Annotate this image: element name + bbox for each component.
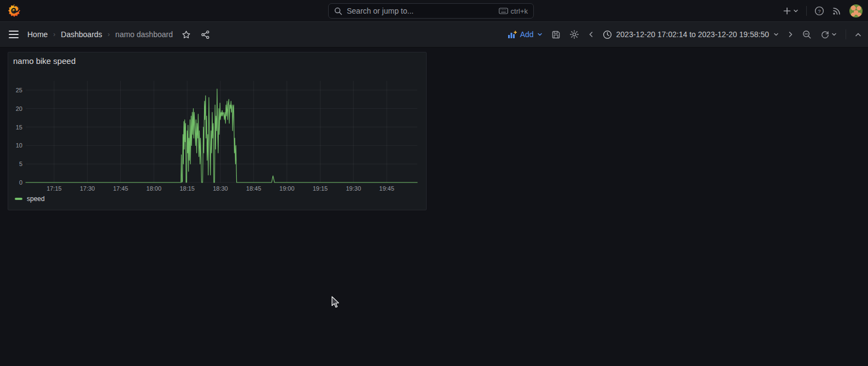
svg-text:?: ?: [818, 8, 820, 14]
toolbar-divider: [846, 29, 846, 39]
plus-icon: [783, 7, 791, 15]
y-axis-tick-label: 25: [16, 87, 22, 93]
question-circle-icon: ?: [814, 6, 824, 16]
mouse-cursor: [331, 296, 340, 308]
x-axis-tick-label: 17:30: [80, 185, 95, 192]
breadcrumb-home[interactable]: Home: [27, 30, 48, 39]
time-series-chart[interactable]: 17:1517:3017:4518:0018:1518:3018:4519:00…: [8, 52, 426, 210]
favorite-star-button[interactable]: [182, 30, 191, 39]
refresh-interval-chevron-icon: [831, 32, 837, 37]
dashboard-toolbar: Home › Dashboards › namo dashboard: [0, 22, 868, 48]
time-shift-back-button[interactable]: [588, 31, 594, 38]
help-button[interactable]: ?: [814, 6, 824, 16]
topbar-actions: ?: [783, 0, 863, 22]
add-panel-icon: [508, 31, 517, 39]
search-input[interactable]: Search or jump to... ctrl+k: [328, 3, 534, 19]
toolbar-right-actions: Add: [508, 29, 861, 39]
dashboard-canvas: 17:1517:3017:4518:0018:1518:3018:4519:00…: [0, 48, 868, 365]
zoom-out-icon: [802, 30, 812, 39]
time-shift-forward-button[interactable]: [788, 31, 794, 38]
y-axis-tick-label: 15: [16, 124, 22, 131]
dashboard-settings-button[interactable]: [569, 29, 579, 39]
chevron-right-icon: [788, 31, 794, 38]
x-axis-tick-label: 18:15: [179, 185, 195, 192]
news-button[interactable]: [832, 6, 842, 16]
x-axis-tick-label: 18:30: [213, 185, 228, 192]
panel-namo-bike-speed: 17:1517:3017:4518:0018:1518:3018:4519:00…: [8, 52, 427, 210]
breadcrumb-current-dashboard: namo dashboard: [115, 30, 173, 39]
y-axis-tick-label: 10: [16, 142, 22, 149]
share-icon: [201, 30, 210, 39]
grafana-logo-icon: [7, 3, 22, 19]
series-line-speed: [26, 89, 417, 182]
new-menu-button[interactable]: [783, 7, 799, 15]
search-shortcut: ctrl+k: [499, 7, 528, 15]
chevron-down-icon: [773, 32, 779, 37]
add-panel-label: Add: [520, 30, 534, 39]
user-avatar[interactable]: [849, 4, 863, 17]
x-axis-tick-label: 19:45: [379, 185, 394, 192]
zoom-out-time-button[interactable]: [802, 30, 812, 39]
save-dashboard-button[interactable]: [551, 30, 561, 39]
legend-swatch: [15, 198, 22, 200]
breadcrumb-separator: ›: [108, 31, 110, 38]
time-range-picker[interactable]: 2023-12-20 17:02:14 to 2023-12-20 19:58:…: [603, 30, 779, 39]
y-axis-tick-label: 5: [19, 161, 22, 167]
dashboard-quick-actions: [182, 30, 210, 39]
breadcrumb-dashboards[interactable]: Dashboards: [61, 30, 102, 39]
x-axis-tick-label: 19:00: [279, 185, 295, 192]
chevron-down-icon: [793, 8, 799, 14]
search-icon: [334, 7, 342, 15]
legend-label: speed: [27, 195, 45, 203]
add-panel-button[interactable]: Add: [508, 30, 543, 39]
rss-icon: [832, 6, 842, 16]
breadcrumb: Home › Dashboards › namo dashboard: [27, 30, 173, 39]
collapse-toolbar-button[interactable]: [855, 32, 861, 38]
gear-icon: [569, 29, 579, 39]
caret-up-icon: [855, 32, 861, 38]
topbar-divider: [806, 6, 807, 16]
grafana-logo[interactable]: [7, 3, 22, 19]
search-shortcut-label: ctrl+k: [511, 7, 528, 15]
y-axis-tick-label: 20: [16, 105, 22, 112]
legend-item-speed[interactable]: speed: [15, 195, 45, 203]
x-axis-tick-label: 17:45: [113, 185, 129, 192]
refresh-icon: [820, 30, 830, 39]
top-navigation-bar: Search or jump to... ctrl+k: [0, 0, 868, 22]
keyboard-icon: [499, 8, 508, 14]
chevron-down-icon: [537, 32, 543, 37]
panel-title[interactable]: namo bike speed: [13, 56, 75, 66]
y-axis-tick-label: 0: [19, 179, 22, 186]
chevron-left-icon: [588, 31, 594, 38]
time-range-label: 2023-12-20 17:02:14 to 2023-12-20 19:58:…: [616, 30, 769, 39]
refresh-button[interactable]: [820, 30, 837, 39]
x-axis-tick-label: 19:15: [313, 185, 328, 192]
star-icon: [182, 30, 191, 39]
mega-menu-toggle[interactable]: [9, 31, 19, 38]
x-axis-tick-label: 18:45: [246, 185, 261, 192]
search-placeholder: Search or jump to...: [347, 7, 494, 15]
x-axis-tick-label: 18:00: [147, 185, 162, 192]
breadcrumb-separator: ›: [53, 31, 55, 38]
save-icon: [551, 30, 561, 39]
x-axis-tick-label: 19:30: [346, 185, 361, 192]
x-axis-tick-label: 17:15: [46, 185, 62, 192]
clock-icon: [603, 30, 612, 39]
share-button[interactable]: [201, 30, 210, 39]
